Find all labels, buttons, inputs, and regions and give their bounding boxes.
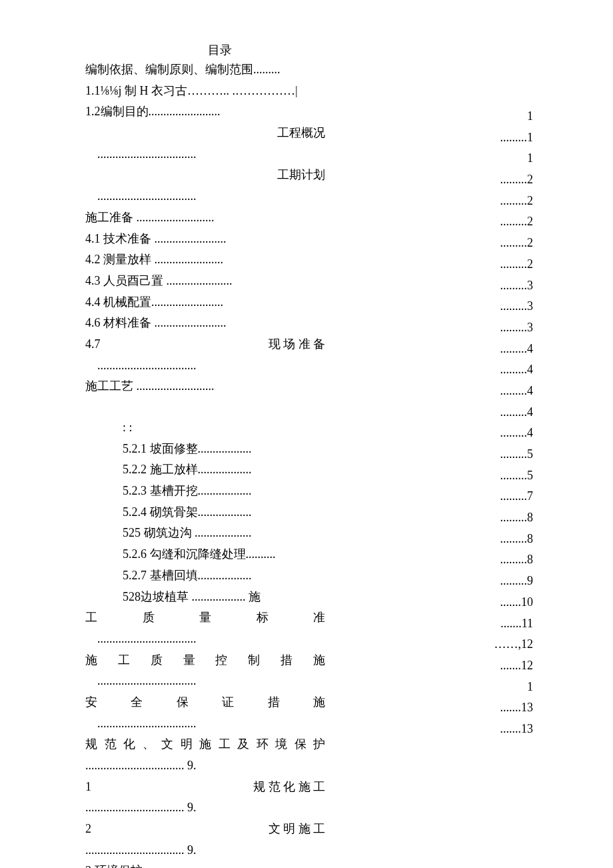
toc-entry-num: 2 (85, 822, 91, 835)
toc-entry: 1.1⅛⅛j 制 H 衣习古……….. .……………| (85, 81, 325, 101)
toc-entry: 528边坡植草 .................. 施 (85, 587, 325, 607)
toc-dots: ................................. (85, 629, 325, 649)
page-container: 目录 编制依据、编制原则、编制范围......... 1.1⅛⅛j 制 H 衣习… (0, 40, 613, 828)
toc-entry: 525 砌筑边沟 ................... (85, 523, 325, 543)
toc-entry: 施工工艺 .......................... (85, 377, 325, 397)
toc-entry: 5.2.4 砌筑骨架.................. (85, 503, 325, 523)
toc-left-column: 编制依据、编制原则、编制范围......... 1.1⅛⅛j 制 H 衣习古……… (85, 60, 325, 868)
page-number: .........4 (466, 381, 533, 401)
page-number: 1 (466, 107, 533, 127)
page-number: .......13 (466, 698, 533, 718)
page-number: .........8 (466, 550, 533, 570)
toc-entry: 工程概况 (85, 123, 325, 143)
toc-dots: ................................. (85, 714, 325, 734)
page-number: .........2 (466, 170, 533, 190)
page-number: .........3 (466, 318, 533, 338)
toc-entry-text: 文 明 施 工 (269, 819, 326, 839)
toc-entry: 5.2.2 施工放样.................. (85, 460, 325, 480)
toc-entry: 工期计划 (85, 165, 325, 185)
toc-entry-num: 1 (85, 780, 91, 793)
page-number: .........8 (466, 529, 533, 549)
toc-entry: 4.2 测量放样 ....................... (85, 250, 325, 270)
page-number: .......13 (466, 719, 533, 739)
toc-entry: 规 范 化 、 文 明 施 工 及 环 境 保 护 (85, 735, 325, 755)
toc-entry: 2 文 明 施 工 (85, 819, 325, 839)
page-number: .........4 (466, 403, 533, 423)
toc-entry: 施工准备 .......................... (85, 208, 325, 228)
toc-entry: 3 环境保护......................... (85, 861, 325, 868)
page-number: .........3 (466, 276, 533, 296)
spacer (85, 398, 325, 418)
toc-entry: 1.2编制目的........................ (85, 102, 325, 122)
toc-entry: 4.3 人员酉己置 ...................... (85, 271, 325, 291)
page-number: .........2 (466, 233, 533, 253)
page-number: .........2 (466, 212, 533, 232)
toc-entry: 4.4 机械配置........................ (85, 293, 325, 313)
toc-entry: 5.2.6 勾缝和沉降缝处理.......... (85, 545, 325, 565)
page-number: .........4 (466, 423, 533, 443)
page-number: .........5 (466, 466, 533, 486)
toc-entry: : : (85, 418, 325, 438)
toc-entry: 5.2.1 坡面修整.................. (85, 439, 325, 459)
page-number: .........7 (466, 487, 533, 507)
page-number: .......10 (466, 593, 533, 613)
toc-entry: ................................. 9. (85, 798, 325, 818)
toc-entry: 1 规 范 化 施 工 (85, 777, 325, 797)
toc-entry: ................................. 9. (85, 841, 325, 861)
toc-dots: ................................. (85, 187, 325, 207)
toc-entry-text: 现 场 准 备 (269, 335, 326, 355)
page-number: .........1 (466, 128, 533, 148)
toc-right-column: 1 .........1 1 .........2 .........2 ...… (466, 107, 533, 741)
page-number: .........2 (466, 191, 533, 211)
toc-entry: 5.2.3 基槽开挖.................. (85, 481, 325, 501)
toc-dots: ................................. (85, 145, 325, 165)
toc-entry: 安 全 保 证 措 施 (85, 693, 325, 713)
toc-entry: 施 工 质 量 控 制 措 施 (85, 651, 325, 671)
toc-entry-text: 规 范 化 施 工 (253, 777, 325, 797)
toc-entry-num: 4.7 (85, 337, 101, 351)
page-number: .........8 (466, 508, 533, 528)
toc-dots: ................................. (85, 671, 325, 691)
page-number: .......12 (466, 656, 533, 676)
toc-entry: 4.7 现 场 准 备 (85, 335, 325, 355)
page-number: 1 (466, 149, 533, 169)
page-number: .......11 (466, 614, 533, 634)
page-number: .........5 (466, 445, 533, 465)
toc-entry: 4.6 材料准备 ........................ (85, 313, 325, 333)
toc-entry: 编制依据、编制原则、编制范围......... (85, 60, 325, 80)
page-number: ……,12 (466, 635, 533, 655)
page-number: .........3 (466, 297, 533, 317)
toc-title: 目录 (120, 40, 320, 61)
page-number: .........2 (466, 255, 533, 275)
toc-entry: 工 质 量 标 准 (85, 608, 325, 628)
page-number: .........4 (466, 339, 533, 359)
toc-entry: ................................. 9. (85, 756, 325, 776)
page-number: 1 (466, 677, 533, 697)
toc-entry: 5.2.7 基槽回填.................. (85, 566, 325, 586)
page-number: .........9 (466, 571, 533, 591)
page-number: .........4 (466, 360, 533, 380)
toc-dots: ................................. (85, 356, 325, 376)
toc-entry: 4.1 技术准备 ........................ (85, 229, 325, 249)
